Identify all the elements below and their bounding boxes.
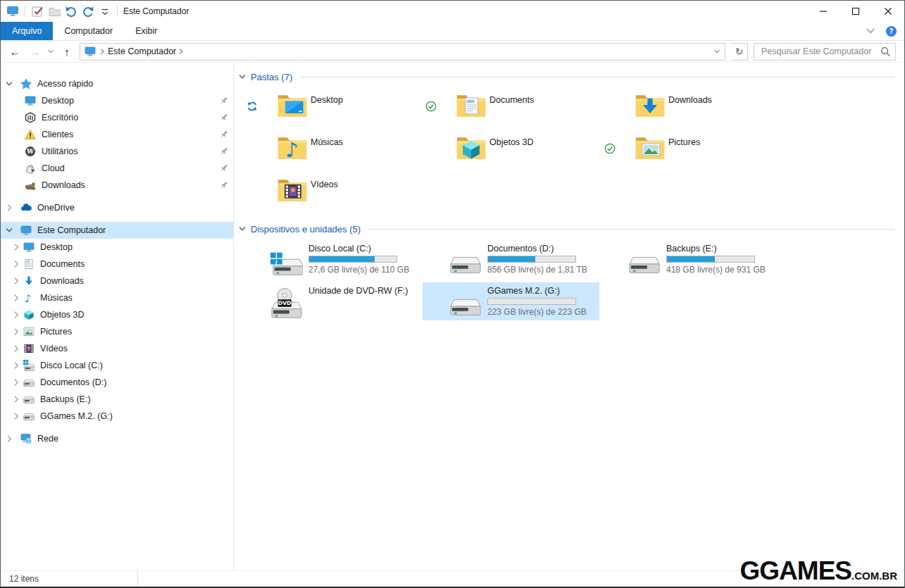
breadcrumb-chevron-icon[interactable] bbox=[178, 48, 185, 55]
pin-icon bbox=[219, 180, 229, 190]
sidebar-item-cloud[interactable]: Cloud bbox=[1, 160, 233, 177]
customize-toolbar-button[interactable] bbox=[99, 5, 111, 18]
sidebar-item-objetos-3d[interactable]: Objetos 3D bbox=[1, 306, 233, 323]
drive-usage-bar bbox=[487, 256, 576, 263]
sidebar-item-videos[interactable]: Vídeos bbox=[1, 340, 233, 357]
sidebar-item-pictures[interactable]: Pictures bbox=[1, 323, 233, 340]
sidebar-item-documents[interactable]: Documents bbox=[1, 256, 233, 273]
close-button[interactable] bbox=[872, 1, 904, 22]
collapse-ribbon-icon[interactable] bbox=[866, 27, 875, 35]
address-box[interactable]: Este Computador bbox=[80, 43, 725, 61]
folder-tile-objetos-3d[interactable]: Objetos 3D bbox=[423, 132, 599, 168]
tab-exibir[interactable]: Exibir bbox=[124, 22, 168, 40]
drives-grid: Disco Local (C:)27,6 GB livre(s) de 110 … bbox=[244, 240, 904, 320]
drive-usage-bar bbox=[666, 256, 755, 263]
breadcrumb-chevron-icon[interactable] bbox=[99, 48, 106, 55]
drive-name: Unidade de DVD-RW (F:) bbox=[308, 286, 408, 296]
navigation-pane: Acesso rápidoDesktopEscritórioClientesWU… bbox=[1, 63, 234, 570]
drives-group-title: Dispositivos e unidades (5) bbox=[251, 224, 361, 234]
this-pc-icon bbox=[85, 46, 96, 57]
toolbar-separator bbox=[25, 6, 25, 17]
folder-tile-downloads[interactable]: Downloads bbox=[601, 89, 778, 126]
folder-tile-documents[interactable]: Documents bbox=[423, 89, 599, 126]
sidebar-item-desktop[interactable]: Desktop bbox=[1, 239, 233, 256]
watermark: GGAMES.COM.BR bbox=[740, 556, 897, 586]
chevron-right-icon bbox=[12, 361, 20, 370]
tab-computador[interactable]: Computador bbox=[53, 22, 124, 40]
files-pane: Pastas (7) DesktopDocumentsDownloads♪Mús… bbox=[234, 63, 904, 570]
folder-name: Vídeos bbox=[311, 180, 338, 189]
drive-windows-mini-icon bbox=[23, 360, 35, 371]
back-button[interactable]: ← bbox=[8, 46, 22, 57]
search-input[interactable] bbox=[760, 46, 880, 57]
folder-tile-desktop[interactable]: Desktop bbox=[244, 89, 420, 126]
up-button[interactable]: ↑ bbox=[60, 46, 74, 57]
sidebar-item-utilitarios[interactable]: WUtilitários bbox=[1, 143, 233, 160]
sidebar-item-label: Desktop bbox=[42, 96, 74, 106]
sidebar-item-este-computador[interactable]: Este Computador bbox=[1, 222, 233, 239]
drive-tile-documentos-d[interactable]: Documentos (D:)856 GB livre(s) de 1,81 T… bbox=[423, 240, 599, 278]
sidebar-item-escritorio[interactable]: Escritório bbox=[1, 109, 233, 126]
window-title: Este Computador bbox=[123, 6, 189, 16]
sidebar-item-downloads[interactable]: Downloads bbox=[1, 273, 233, 289]
videos-mini-icon bbox=[23, 343, 35, 354]
tab-arquivo[interactable]: Arquivo bbox=[1, 22, 53, 40]
help-icon[interactable]: ? bbox=[885, 25, 897, 37]
items-count: 12 itens bbox=[1, 571, 138, 587]
redo-button[interactable] bbox=[82, 5, 94, 18]
undo-button[interactable] bbox=[65, 5, 77, 18]
svg-text:DVD: DVD bbox=[278, 300, 292, 306]
sidebar-item-acesso-rapido[interactable]: Acesso rápido bbox=[1, 75, 233, 92]
sidebar-item-ggames-m-2-g[interactable]: GGames M.2. (G:) bbox=[1, 408, 233, 425]
folder-name: Desktop bbox=[311, 95, 343, 105]
breadcrumb[interactable]: Este Computador bbox=[108, 46, 176, 56]
sidebar-item-disco-local-c[interactable]: Disco Local (C:) bbox=[1, 357, 233, 374]
recent-locations-icon[interactable] bbox=[47, 48, 54, 55]
sidebar-item-clientes[interactable]: Clientes bbox=[1, 126, 233, 143]
svg-text:♪: ♪ bbox=[25, 292, 32, 304]
folder-tile-musicas[interactable]: ♪Músicas bbox=[244, 132, 420, 168]
folder-tile-pictures[interactable]: Pictures bbox=[601, 132, 778, 168]
drive-icon bbox=[449, 252, 482, 276]
chevron-right-icon bbox=[12, 344, 20, 353]
chevron-right-icon bbox=[12, 294, 20, 302]
sidebar-item-downloads[interactable]: Downloads bbox=[1, 177, 233, 194]
chevron-down-icon bbox=[5, 226, 13, 234]
drive-tile-disco-local-c[interactable]: Disco Local (C:)27,6 GB livre(s) de 110 … bbox=[244, 240, 420, 278]
folders-grid: DesktopDocumentsDownloads♪MúsicasObjetos… bbox=[244, 89, 904, 211]
folders-group-header[interactable]: Pastas (7) bbox=[238, 70, 894, 84]
desktop-icon bbox=[25, 95, 36, 106]
sidebar-item-label: Cloud bbox=[42, 163, 65, 173]
sidebar-item-label: Desktop bbox=[40, 242, 73, 252]
drive-tile-ggames-m-2-g[interactable]: GGames M.2. (G:)223 GB livre(s) de 223 G… bbox=[423, 282, 599, 320]
new-folder-button[interactable] bbox=[48, 5, 61, 18]
sidebar-item-backups-e[interactable]: Backups (E:) bbox=[1, 391, 233, 408]
properties-button[interactable] bbox=[31, 5, 44, 18]
sidebar-item-onedrive[interactable]: OneDrive bbox=[1, 199, 233, 216]
sidebar-item-rede[interactable]: Rede bbox=[1, 430, 233, 447]
drive-tile-backups-e[interactable]: Backups (E:)418 GB livre(s) de 931 GB bbox=[601, 240, 778, 278]
maximize-button[interactable] bbox=[840, 1, 872, 22]
svg-text:?: ? bbox=[889, 27, 893, 35]
minimize-button[interactable] bbox=[807, 1, 840, 22]
sidebar-item-desktop[interactable]: Desktop bbox=[1, 92, 233, 109]
drive-tile-unidade-de-dvd-rw-f[interactable]: DVDUnidade de DVD-RW (F:) bbox=[244, 282, 420, 320]
onedrive-icon bbox=[20, 202, 32, 213]
forward-button[interactable]: → bbox=[27, 46, 42, 57]
drives-group-header[interactable]: Dispositivos e unidades (5) bbox=[238, 222, 894, 236]
objects3d-mini-icon bbox=[23, 309, 35, 320]
address-dropdown-icon[interactable] bbox=[709, 44, 725, 60]
chevron-down-icon bbox=[238, 73, 246, 81]
folder-tile-videos[interactable]: Vídeos bbox=[244, 174, 420, 211]
sidebar-item-musicas[interactable]: ♪Músicas bbox=[1, 289, 233, 306]
sidebar-item-label: Rede bbox=[37, 434, 58, 444]
status-placeholder bbox=[604, 101, 616, 112]
sidebar-item-documentos-d[interactable]: Documentos (D:) bbox=[1, 374, 233, 391]
search-icon[interactable] bbox=[880, 46, 891, 57]
refresh-button[interactable]: ↻ bbox=[731, 43, 748, 61]
chevron-right-icon bbox=[5, 434, 13, 443]
chevron-right-icon bbox=[12, 311, 20, 319]
drive-name: Backups (E:) bbox=[666, 244, 766, 254]
pin-icon bbox=[219, 163, 229, 173]
drive-icon bbox=[628, 252, 661, 276]
